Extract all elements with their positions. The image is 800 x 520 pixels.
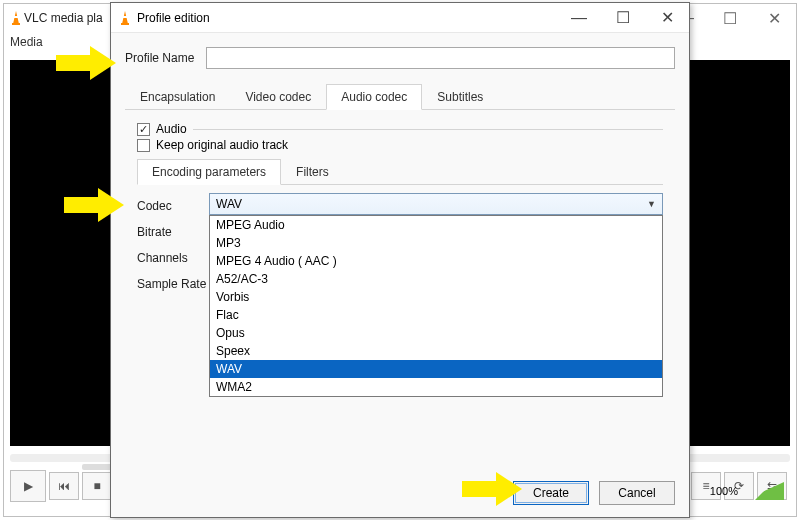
svg-rect-1	[121, 23, 129, 25]
codec-label: Codec	[137, 193, 209, 219]
tab-encapsulation[interactable]: Encapsulation	[125, 84, 230, 110]
sample-rate-label: Sample Rate	[137, 271, 209, 297]
play-button[interactable]: ▶	[10, 470, 46, 502]
profile-name-input[interactable]	[206, 47, 675, 69]
audio-checkbox[interactable]	[137, 123, 150, 136]
bg-maximize-button[interactable]: ☐	[708, 4, 752, 32]
bg-menu-media[interactable]: Media	[10, 35, 43, 49]
keep-original-row[interactable]: Keep original audio track	[137, 138, 663, 152]
codec-option[interactable]: A52/AC-3	[210, 270, 662, 288]
codec-option[interactable]: Speex	[210, 342, 662, 360]
profile-edition-dialog: Profile edition — ☐ ✕ Profile Name Encap…	[110, 2, 690, 518]
codec-option[interactable]: MP3	[210, 234, 662, 252]
keep-original-checkbox[interactable]	[137, 139, 150, 152]
codec-option[interactable]: WMA2	[210, 378, 662, 396]
tab-encoding-parameters[interactable]: Encoding parameters	[137, 159, 281, 185]
top-tabstrip: Encapsulation Video codec Audio codec Su…	[125, 83, 675, 110]
bg-window-title: VLC media pla	[24, 11, 103, 25]
chevron-down-icon: ▼	[647, 199, 656, 209]
tab-video-codec[interactable]: Video codec	[230, 84, 326, 110]
create-button[interactable]: Create	[513, 481, 589, 505]
keep-original-label: Keep original audio track	[156, 138, 288, 152]
codec-dropdown-list[interactable]: MPEG AudioMP3MPEG 4 Audio ( AAC )A52/AC-…	[209, 215, 663, 397]
codec-option[interactable]: Opus	[210, 324, 662, 342]
tab-audio-codec[interactable]: Audio codec	[326, 84, 422, 110]
dialog-title: Profile edition	[133, 11, 210, 25]
svg-rect-0	[12, 23, 20, 25]
codec-combobox[interactable]: WAV ▼	[209, 193, 663, 215]
dialog-minimize-button[interactable]: —	[557, 3, 601, 33]
codec-option[interactable]: MPEG Audio	[210, 216, 662, 234]
vlc-cone-icon	[8, 10, 24, 26]
tab-filters[interactable]: Filters	[281, 159, 344, 185]
channels-label: Channels	[137, 245, 209, 271]
dialog-titlebar: Profile edition — ☐ ✕	[111, 3, 689, 33]
codec-option[interactable]: WAV	[210, 360, 662, 378]
volume-display[interactable]: 100%	[710, 482, 784, 500]
profile-name-label: Profile Name	[125, 51, 194, 65]
dialog-close-button[interactable]: ✕	[645, 3, 689, 33]
stop-button[interactable]: ■	[82, 472, 112, 500]
inner-tabstrip: Encoding parameters Filters	[137, 158, 663, 185]
volume-triangle-icon[interactable]	[744, 482, 784, 500]
audio-checkbox-label: Audio	[156, 122, 187, 136]
prev-button[interactable]: ⏮	[49, 472, 79, 500]
codec-combo-value: WAV	[216, 197, 242, 211]
codec-option[interactable]: Flac	[210, 306, 662, 324]
bg-close-button[interactable]: ✕	[752, 4, 796, 32]
audio-checkbox-row[interactable]: Audio	[137, 122, 663, 136]
separator	[193, 129, 663, 130]
vlc-cone-icon	[117, 10, 133, 26]
codec-option[interactable]: Vorbis	[210, 288, 662, 306]
bitrate-label: Bitrate	[137, 219, 209, 245]
tab-subtitles[interactable]: Subtitles	[422, 84, 498, 110]
dialog-maximize-button[interactable]: ☐	[601, 3, 645, 33]
cancel-button[interactable]: Cancel	[599, 481, 675, 505]
volume-label: 100%	[710, 485, 738, 497]
codec-option[interactable]: MPEG 4 Audio ( AAC )	[210, 252, 662, 270]
